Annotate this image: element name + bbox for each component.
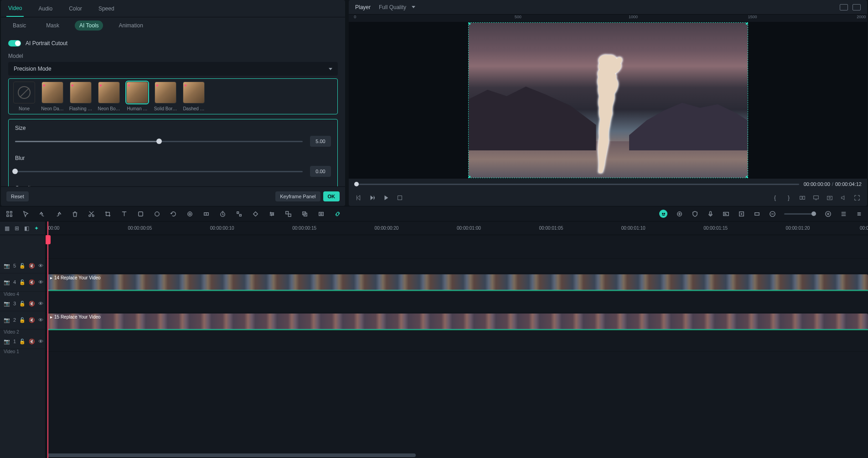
- color-icon[interactable]: [153, 210, 160, 217]
- cut-icon[interactable]: [88, 210, 95, 217]
- clip-video-4[interactable]: ▸14 Replace Your Video: [47, 274, 868, 290]
- track-icon[interactable]: [235, 210, 243, 217]
- compare-icon[interactable]: [799, 194, 806, 201]
- size-value[interactable]: 5.00: [310, 136, 331, 147]
- preset-solid-border[interactable]: ♥ Solid Bor…: [153, 82, 178, 111]
- shape-icon[interactable]: [137, 210, 144, 217]
- lock-icon[interactable]: 🔓: [19, 279, 26, 285]
- ai-icon[interactable]: [659, 210, 667, 218]
- mute-icon[interactable]: 🔇: [29, 279, 35, 285]
- scrub-bar[interactable]: [354, 184, 799, 185]
- preset-neon-border[interactable]: ♥ Neon Bo…: [96, 82, 122, 111]
- keyframe-panel-button[interactable]: Keyframe Panel: [275, 191, 320, 201]
- time-ruler[interactable]: 00:00 00:00:00:05 00:00:00:10 00:00:00:1…: [46, 221, 868, 235]
- bracket-open-icon[interactable]: {: [771, 194, 779, 201]
- group-icon[interactable]: [284, 210, 292, 217]
- render-icon[interactable]: [317, 210, 325, 217]
- tl-magnetic-icon[interactable]: ✦: [34, 225, 41, 232]
- speed-icon[interactable]: [202, 210, 210, 217]
- crop-icon[interactable]: [104, 210, 111, 217]
- shield-icon[interactable]: [691, 210, 698, 217]
- enhance-icon[interactable]: [676, 210, 683, 217]
- delete-icon[interactable]: [71, 210, 78, 217]
- link-icon[interactable]: [334, 210, 341, 217]
- play-icon[interactable]: [382, 194, 390, 201]
- tracks-area[interactable]: 00:00 00:00:00:05 00:00:00:10 00:00:00:1…: [46, 221, 868, 458]
- track-head-1[interactable]: 📷1🔓🔇👁: [0, 334, 45, 349]
- undo-icon[interactable]: [38, 210, 46, 217]
- effects-icon[interactable]: [186, 210, 193, 217]
- fullscreen-icon[interactable]: [853, 194, 861, 201]
- blur-value[interactable]: 0.00: [310, 166, 331, 177]
- timeline-scrollbar[interactable]: [47, 453, 866, 457]
- reset-button[interactable]: Reset: [6, 191, 29, 201]
- mute-icon[interactable]: 🔇: [29, 301, 35, 307]
- blur-slider[interactable]: [15, 171, 303, 172]
- eye-icon[interactable]: 👁: [38, 263, 43, 269]
- mute-icon[interactable]: 🔇: [29, 317, 35, 323]
- settings-icon[interactable]: [855, 210, 863, 217]
- size-slider[interactable]: [15, 141, 303, 142]
- subtab-mask[interactable]: Mask: [41, 21, 64, 31]
- quality-dropdown[interactable]: Full Quality: [379, 4, 415, 10]
- copy-icon[interactable]: [301, 210, 308, 217]
- lock-icon[interactable]: 🔓: [19, 339, 26, 345]
- prev-frame-icon[interactable]: [355, 194, 362, 201]
- redo-icon[interactable]: [55, 210, 62, 217]
- rotate-icon[interactable]: [170, 210, 177, 217]
- timer-icon[interactable]: [219, 210, 226, 217]
- eye-icon[interactable]: 👁: [38, 339, 43, 345]
- track-lane-4[interactable]: ▸14 Replace Your Video: [46, 273, 868, 292]
- bracket-close-icon[interactable]: }: [785, 194, 792, 201]
- tl-opt1-icon[interactable]: ▦: [5, 225, 11, 232]
- snapshot-icon[interactable]: [826, 194, 833, 201]
- grid-icon[interactable]: [5, 210, 13, 217]
- preset-flashing[interactable]: ♥ Flashing …: [68, 82, 93, 111]
- track-head-5[interactable]: 📷5🔓🔇👁: [0, 259, 45, 273]
- stop-icon[interactable]: [396, 194, 403, 201]
- lock-icon[interactable]: 🔓: [19, 317, 26, 323]
- tab-color[interactable]: Color: [67, 1, 84, 16]
- track-lane-2[interactable]: ▸15 Replace Your Video: [46, 313, 868, 331]
- subtab-animation[interactable]: Animation: [114, 21, 147, 31]
- ok-button[interactable]: OK: [323, 191, 340, 201]
- zoom-in-icon[interactable]: [824, 210, 832, 217]
- mic-icon[interactable]: [707, 210, 714, 217]
- track-head-2[interactable]: 📷2🔓🔇👁: [0, 311, 45, 329]
- lock-icon[interactable]: 🔓: [19, 263, 26, 269]
- volume-icon[interactable]: [840, 194, 847, 201]
- image-mode-icon[interactable]: [852, 4, 861, 10]
- eye-icon[interactable]: 👁: [38, 317, 43, 323]
- keyframe-icon[interactable]: [252, 210, 259, 217]
- monitor-icon[interactable]: [812, 194, 820, 201]
- subtab-ai-tools[interactable]: AI Tools: [75, 21, 103, 31]
- tab-audio[interactable]: Audio: [36, 1, 54, 16]
- marker-icon[interactable]: [753, 210, 760, 217]
- preset-dashed[interactable]: ♥ Dashed …: [181, 82, 207, 111]
- track-head-4[interactable]: 📷4🔓🔇👁: [0, 273, 45, 292]
- eye-icon[interactable]: 👁: [38, 279, 43, 285]
- tab-speed[interactable]: Speed: [97, 1, 116, 16]
- tab-video[interactable]: Video: [6, 0, 24, 17]
- lock-icon[interactable]: 🔓: [19, 301, 26, 307]
- model-select[interactable]: Precision Mode: [8, 62, 338, 76]
- cursor-icon[interactable]: [22, 210, 29, 217]
- clip-video-2[interactable]: ▸15 Replace Your Video: [47, 314, 868, 329]
- preset-neon-dash[interactable]: ♥ Neon Da…: [40, 82, 65, 111]
- list-icon[interactable]: [840, 210, 847, 217]
- track-head-3[interactable]: 📷3🔓🔇👁: [0, 297, 45, 311]
- eye-icon[interactable]: 👁: [38, 301, 43, 307]
- play-forward-icon[interactable]: [369, 194, 376, 201]
- mute-icon[interactable]: 🔇: [29, 339, 35, 345]
- subtab-basic[interactable]: Basic: [8, 21, 31, 31]
- adjust-icon[interactable]: [268, 210, 275, 217]
- preset-human[interactable]: ♥ Human …: [124, 82, 150, 111]
- subtitle-icon[interactable]: [722, 210, 729, 217]
- text-icon[interactable]: [120, 210, 128, 217]
- zoom-slider[interactable]: [784, 213, 816, 215]
- tl-opt3-icon[interactable]: ◧: [24, 225, 31, 232]
- layout-icon[interactable]: [840, 4, 848, 10]
- preset-none[interactable]: None: [11, 82, 37, 111]
- ai-portrait-cutout-toggle[interactable]: [8, 40, 21, 46]
- playhead[interactable]: [47, 221, 48, 458]
